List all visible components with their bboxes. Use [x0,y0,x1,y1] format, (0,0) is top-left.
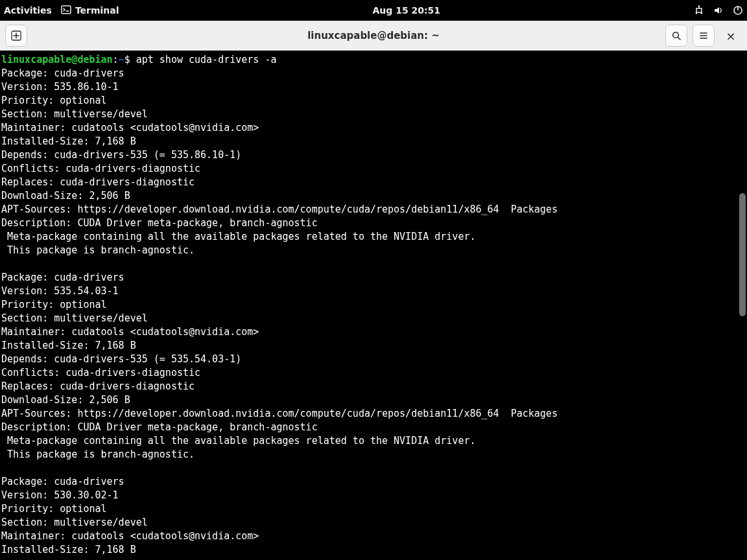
output-line: Description: CUDA Driver meta-package, b… [1,217,318,229]
output-line: Meta-package containing all the availabl… [1,231,476,242]
output-line: Version: 535.54.03-1 [1,285,119,297]
hamburger-menu-button[interactable] [693,25,715,47]
activities-button[interactable]: Activities [4,5,52,16]
plus-icon [11,30,21,41]
output-line: Description: CUDA Driver meta-package, b… [1,421,318,433]
close-icon: × [726,29,735,43]
search-button[interactable] [665,25,687,47]
output-line: Depends: cuda-drivers-535 (= 535.54.03-1… [1,353,241,365]
active-app-indicator[interactable]: Terminal [61,5,119,17]
volume-icon[interactable] [713,5,724,16]
output-line: Package: cuda-drivers [1,272,124,283]
output-line: Replaces: cuda-drivers-diagnostic [1,380,195,392]
active-app-name: Terminal [75,5,119,16]
output-line: Priority: optional [1,95,107,106]
svg-point-1 [696,12,698,14]
output-line: Depends: cuda-drivers-535 (= 535.86.10-1… [1,149,241,161]
output-line: Priority: optional [1,299,107,310]
terminal-headerbar: linuxcapable@debian: ~ × [0,21,747,51]
output-line: Version: 530.30.02-1 [1,489,119,501]
output-line: Conflicts: cuda-drivers-diagnostic [1,367,200,379]
output-line: Section: multiverse/devel [1,312,148,324]
output-line: Download-Size: 2,506 B [1,394,130,406]
svg-point-3 [698,5,700,7]
svg-line-8 [678,38,681,40]
output-line: Package: cuda-drivers [1,67,124,79]
prompt-dollar: $ [124,54,136,65]
close-window-button[interactable]: × [720,29,742,43]
output-line: This package is branch-agnostic. [1,449,195,460]
prompt-path: ~ [119,54,124,65]
output-line: Installed-Size: 7,168 B [1,135,136,147]
network-icon[interactable] [694,5,704,16]
clock[interactable]: Aug 15 20:51 [372,5,440,16]
output-line: Download-Size: 2,506 B [1,190,130,202]
output-line: Installed-Size: 7,168 B [1,340,136,351]
output-line: Package: cuda-drivers [1,476,124,487]
search-icon [671,30,682,41]
output-line: Section: multiverse/devel [1,108,148,120]
svg-rect-0 [62,6,71,14]
output-line: Maintainer: cudatools <cudatools@nvidia.… [1,122,259,134]
command-text: apt show cuda-drivers -a [136,54,277,65]
output-line: Conflicts: cuda-drivers-diagnostic [1,163,200,174]
output-line: Priority: optional [1,503,107,515]
scrollbar-thumb[interactable] [739,193,746,316]
terminal-viewport[interactable]: linuxcapable@debian:~$ apt show cuda-dri… [0,51,747,560]
gnome-top-panel: Activities Terminal Aug 15 20:51 [0,0,747,21]
power-icon[interactable] [733,5,743,16]
output-line: Replaces: cuda-drivers-diagnostic [1,176,195,188]
hamburger-icon [698,30,709,41]
prompt-colon: : [113,54,119,65]
prompt-user-host: linuxcapable@debian [1,54,113,65]
output-line: APT-Sources: https://developer.download.… [1,408,558,419]
output-line: Maintainer: cudatools <cudatools@nvidia.… [1,326,259,338]
new-tab-button[interactable] [5,25,27,47]
output-line: APT-Sources: https://developer.download.… [1,204,558,215]
output-line: This package is branch-agnostic. [1,244,195,256]
output-line: Section: multiverse/devel [1,517,148,528]
svg-point-2 [701,12,703,14]
output-line: Version: 535.86.10-1 [1,81,119,93]
output-line: Maintainer: cudatools <cudatools@nvidia.… [1,530,259,542]
terminal-icon [61,5,71,17]
window-title: linuxcapable@debian: ~ [0,30,747,41]
output-line: Installed-Size: 7,168 B [1,544,136,555]
output-line: Meta-package containing all the availabl… [1,435,476,447]
